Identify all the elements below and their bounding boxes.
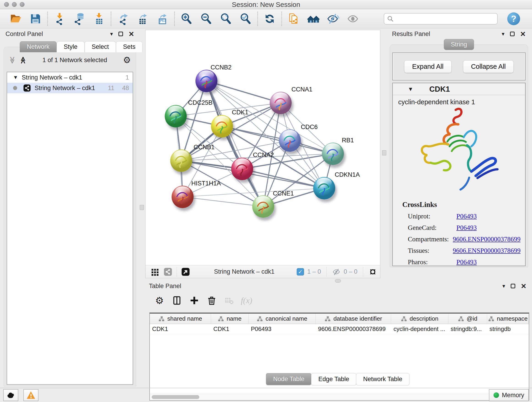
node-label-ccnb2: CCNB2	[210, 64, 232, 71]
network-node-ccnb2[interactable]	[196, 70, 217, 92]
show-all-button[interactable]	[343, 11, 363, 27]
collapse-all-networks-icon[interactable]: ≫	[8, 56, 17, 64]
tab-node-table[interactable]: Node Table	[266, 373, 311, 385]
tab-string[interactable]: String	[444, 39, 474, 50]
node-entry-header[interactable]: ▼ CDK1	[393, 83, 525, 95]
zoom-in-button[interactable]	[177, 11, 196, 27]
column-header-name[interactable]: name	[211, 313, 249, 324]
import-network-button[interactable]	[50, 11, 70, 27]
crosslink-link[interactable]: P06493	[456, 224, 477, 231]
control-panel: Control Panel ▾ ✕ Network Style Select S…	[2, 29, 138, 386]
tab-network-table[interactable]: Network Table	[356, 373, 409, 385]
network-list-controls: ≫ ≫ 1 of 1 Network selected ⚙	[4, 53, 136, 67]
panel-close-icon[interactable]: ✕	[128, 30, 134, 38]
network-node-ccne1[interactable]	[252, 195, 274, 218]
network-row[interactable]: String Network – cdk1 11 48	[7, 83, 133, 93]
houses-button[interactable]	[304, 11, 323, 27]
selected-checkbox-icon[interactable]: ✓	[297, 268, 304, 275]
network-view-name: String Network – cdk1	[214, 268, 274, 275]
import-network-database-button[interactable]	[70, 11, 89, 27]
export-image-button[interactable]	[152, 11, 172, 27]
network-node-cdk1[interactable]	[211, 115, 233, 138]
network-node-ccna2[interactable]	[231, 158, 253, 180]
toolbar-separator	[281, 12, 282, 26]
left-splitter-handle[interactable]	[140, 205, 144, 210]
panel-collapse-icon[interactable]: ▾	[502, 31, 505, 37]
zoom-selected-button[interactable]	[236, 11, 255, 27]
panel-close-icon[interactable]: ✕	[521, 282, 526, 290]
panel-collapse-icon[interactable]: ▾	[502, 283, 505, 289]
cloud-status-button[interactable]	[3, 389, 18, 401]
column-header-shared-name[interactable]: shared name	[150, 313, 211, 324]
results-panel-tabs: String	[389, 39, 529, 50]
tab-select[interactable]: Select	[85, 41, 116, 52]
tree-expand-caret-icon[interactable]: ▼	[13, 75, 18, 80]
zoom-out-button[interactable]	[196, 11, 216, 27]
panel-close-icon[interactable]: ✕	[520, 30, 526, 38]
collapse-all-button[interactable]: Collapse All	[463, 60, 514, 73]
create-column-button[interactable]	[186, 294, 203, 307]
column-header--id[interactable]: @id	[448, 313, 487, 324]
network-node-cdc6[interactable]	[279, 129, 301, 152]
tab-network[interactable]: Network	[20, 41, 57, 52]
table-row[interactable]: CDK1CDK1P064939606.ENSP00000378699cyclin…	[150, 324, 529, 334]
search-box[interactable]	[384, 13, 498, 25]
search-input[interactable]	[394, 14, 497, 23]
show-columns-button[interactable]	[169, 294, 185, 307]
birdseye-view-button[interactable]	[179, 267, 192, 277]
network-node-rb1[interactable]	[322, 143, 344, 165]
crosslink-link[interactable]: P06493	[456, 258, 477, 266]
node-label-ccnb1: CCNB1	[194, 144, 215, 151]
status-bar: Memory	[0, 388, 532, 402]
table-panel-header: Table Panel ▾ ✕	[146, 281, 530, 291]
control-panel-header: Control Panel ▾ ✕	[2, 29, 138, 38]
tab-style[interactable]: Style	[57, 41, 85, 52]
tab-edge-table[interactable]: Edge Table	[311, 373, 356, 385]
panel-float-icon[interactable]	[510, 32, 515, 36]
network-node-hist1h1a[interactable]	[172, 186, 194, 208]
import-table-button[interactable]	[89, 11, 109, 27]
fit-selected-crosshair-icon[interactable]	[369, 268, 377, 276]
memory-button[interactable]: Memory	[489, 389, 529, 401]
expand-all-networks-icon[interactable]: ≫	[19, 56, 27, 64]
help-button[interactable]: ?	[507, 12, 520, 25]
network-options-gear-icon[interactable]: ⚙	[123, 55, 131, 65]
crosslink-link[interactable]: P06493	[456, 212, 477, 220]
network-node-ccna1[interactable]	[270, 92, 292, 114]
table-options-button[interactable]: ⚙	[151, 294, 168, 307]
network-node-ccnb1[interactable]	[170, 149, 192, 172]
network-node-cdc25b[interactable]	[165, 105, 187, 128]
node-count: 11	[108, 85, 114, 92]
delete-columns-button[interactable]	[203, 294, 220, 307]
string-network-icon	[23, 84, 31, 92]
panel-float-icon[interactable]	[119, 32, 123, 36]
warning-status-button[interactable]	[23, 389, 38, 401]
entry-collapse-caret-icon[interactable]: ▼	[408, 86, 413, 92]
column-header-database-identifier[interactable]: database identifier	[316, 313, 391, 324]
protein-structure-thumb	[173, 153, 190, 170]
export-network-button[interactable]	[113, 11, 133, 27]
export-table-button[interactable]	[133, 11, 152, 27]
right-splitter-handle[interactable]	[382, 150, 386, 155]
network-collection-row[interactable]: ▼ String Network – cdk1 1	[7, 72, 133, 83]
save-session-button[interactable]	[26, 11, 45, 27]
network-node-cdkn1a[interactable]	[313, 177, 335, 199]
crosslink-link[interactable]: 9606.ENSP00000378699	[453, 235, 520, 243]
zoom-fit-button[interactable]	[216, 11, 236, 27]
panel-float-icon[interactable]	[511, 284, 515, 288]
protein-structure-thumb	[325, 146, 341, 163]
hide-selected-button[interactable]	[323, 11, 343, 27]
grid-view-button[interactable]	[149, 267, 162, 277]
expand-all-button[interactable]: Expand All	[404, 60, 452, 73]
tab-sets[interactable]: Sets	[116, 41, 143, 52]
column-header-description[interactable]: description	[391, 313, 448, 324]
column-header-canonical-name[interactable]: canonical name	[249, 313, 316, 324]
panel-collapse-icon[interactable]: ▾	[110, 31, 113, 37]
share-view-button[interactable]	[162, 267, 174, 277]
string-import-button[interactable]	[284, 11, 304, 27]
refresh-button[interactable]	[260, 11, 279, 27]
column-header-namespace[interactable]: namespace	[487, 313, 529, 324]
open-session-button[interactable]	[6, 11, 26, 27]
network-canvas[interactable]: CCNB2CCNA1CDC25BCDK1CDC6RB1CCNB1CCNA2CDK…	[146, 30, 380, 265]
crosslink-link[interactable]: 9606.ENSP00000378699	[453, 247, 520, 254]
